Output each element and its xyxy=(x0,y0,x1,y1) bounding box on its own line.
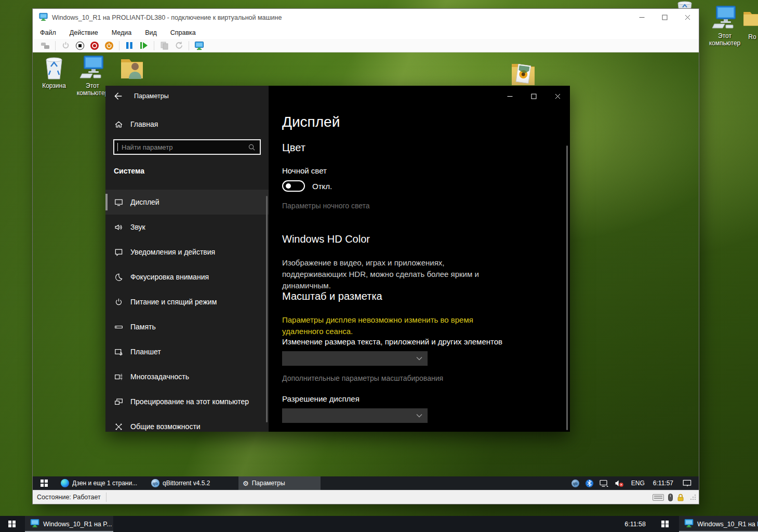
pause-icon[interactable] xyxy=(124,41,135,51)
vm-window-maximize-button[interactable] xyxy=(653,9,676,26)
language-indicator[interactable]: ENG xyxy=(631,480,645,487)
qbittorrent-tray-icon[interactable]: qb xyxy=(571,480,579,487)
night-light-settings-link[interactable]: Параметры ночного света xyxy=(282,202,370,210)
sidebar-item-sound[interactable]: Звук xyxy=(105,215,269,240)
host-desktop-icon-this-pc[interactable]: Этот компьютер xyxy=(704,5,745,47)
desktop-icon-label: Ro xyxy=(742,33,758,41)
reset-icon[interactable] xyxy=(104,41,114,51)
tablet-icon xyxy=(114,347,123,356)
search-icon[interactable] xyxy=(248,143,256,151)
settings-minimize-button[interactable] xyxy=(498,86,521,107)
vm-window-title: Windows_10_R1 на PROLIANT-DL380 - подклю… xyxy=(52,14,282,21)
multitasking-icon xyxy=(114,372,123,381)
windows-logo-icon xyxy=(661,521,669,528)
resume-icon[interactable] xyxy=(139,41,149,51)
vm-window-titlebar[interactable]: Windows_10_R1 на PROLIANT-DL380 - подклю… xyxy=(33,9,699,26)
host-start-button[interactable] xyxy=(0,516,24,532)
resolution-label: Разрешение дисплея xyxy=(282,394,360,403)
back-icon[interactable] xyxy=(113,91,123,103)
vm-desktop-icon-recycle-bin[interactable]: Корзина xyxy=(34,55,74,89)
settings-titlebar: Параметры xyxy=(105,86,169,107)
windows-logo-icon xyxy=(41,480,48,487)
mouse-status-icon xyxy=(668,494,673,501)
shut-down-icon[interactable] xyxy=(89,41,100,51)
sidebar-item-power-sleep[interactable]: Питание и спящий режим xyxy=(105,289,269,314)
menu-file[interactable]: Файл xyxy=(40,29,56,36)
host-desktop-icon-folder[interactable]: Ro xyxy=(742,6,758,41)
sidebar-item-focus-assist[interactable]: Фокусировка внимания xyxy=(105,264,269,289)
sidebar-nav-list: Дисплей Звук xyxy=(105,190,269,432)
vm-taskbar-task-qbittorrent[interactable]: qb qBittorrent v4.5.2 xyxy=(147,476,233,490)
settings-close-button[interactable] xyxy=(546,86,569,107)
settings-app-title: Параметры xyxy=(134,92,169,100)
recycle-bin-icon xyxy=(34,55,74,80)
sidebar-item-shared-experiences[interactable]: Общие возможности xyxy=(105,414,269,432)
settings-main-panel: Дисплей Цвет Ночной свет Откл. Параметры… xyxy=(269,86,570,432)
vm-taskbar: Дзен и еще 1 страни... qb qBittorrent v4… xyxy=(33,476,699,490)
enhanced-session-icon[interactable] xyxy=(194,41,204,51)
sidebar-item-multitasking[interactable]: Многозадачность xyxy=(105,364,269,389)
edge-icon xyxy=(61,479,69,487)
scale-dropdown[interactable] xyxy=(282,351,428,366)
sidebar-item-home[interactable]: Главная xyxy=(105,116,269,132)
vm-desktop-icon-user-folder[interactable] xyxy=(112,55,152,80)
vm-start-button[interactable] xyxy=(34,476,55,490)
vm-system-tray: qb ENG 6:11:57 xyxy=(568,476,699,490)
settings-search-box[interactable] xyxy=(113,139,261,155)
vm-desktop-icon-pictures-folder[interactable] xyxy=(503,59,543,88)
host-desktop: Этот компьютер Ro xyxy=(0,0,758,532)
pictures-folder-icon xyxy=(503,59,543,88)
settings-maximize-button[interactable] xyxy=(522,86,545,107)
this-pc-icon xyxy=(72,55,113,80)
windows-logo-icon xyxy=(8,521,16,528)
vm-status-text: Состояние: Работает xyxy=(37,494,101,501)
chevron-down-icon xyxy=(416,414,422,418)
menu-view[interactable]: Вид xyxy=(145,29,157,36)
this-pc-icon xyxy=(704,5,745,30)
sidebar-item-storage[interactable]: Память xyxy=(105,314,269,339)
vm-window-toolbar xyxy=(33,39,699,52)
sidebar-scrollbar[interactable] xyxy=(266,196,268,422)
menu-help[interactable]: Справка xyxy=(170,29,196,36)
resize-grip[interactable] xyxy=(689,494,697,501)
sidebar-item-display[interactable]: Дисплей xyxy=(105,190,269,215)
vm-window-close-button[interactable] xyxy=(676,9,699,26)
vm-window-menubar: Файл Действие Медиа Вид Справка xyxy=(33,26,699,39)
hyper-v-icon xyxy=(30,518,39,530)
menu-action[interactable]: Действие xyxy=(70,29,98,36)
menu-media[interactable]: Медиа xyxy=(112,29,131,36)
sidebar-item-notifications[interactable]: Уведомления и действия xyxy=(105,240,269,264)
hyper-v-icon xyxy=(39,12,48,23)
advanced-scaling-link[interactable]: Дополнительные параметры масштабирования xyxy=(282,374,443,382)
bluetooth-icon[interactable] xyxy=(586,480,593,487)
main-panel-scrollbar[interactable] xyxy=(566,145,568,430)
host-start-button-monitor2[interactable] xyxy=(653,516,677,532)
search-input[interactable] xyxy=(118,143,248,151)
action-center-icon[interactable] xyxy=(683,480,691,487)
resolution-dropdown[interactable] xyxy=(282,408,428,423)
sidebar-item-label: Главная xyxy=(130,120,158,128)
vm-taskbar-task-settings[interactable]: ⚙ Параметры xyxy=(238,476,321,490)
vm-window-minimize-button[interactable] xyxy=(630,9,654,26)
vm-clock[interactable]: 6:11:57 xyxy=(653,480,673,487)
host-clock[interactable]: 6:11:58 xyxy=(617,516,653,532)
turn-off-icon[interactable] xyxy=(75,41,85,51)
vm-taskbar-task-browser[interactable]: Дзен и еще 1 страни... xyxy=(57,476,144,490)
folder-icon xyxy=(742,6,758,31)
vm-window-statusbar: Состояние: Работает xyxy=(33,490,699,504)
settings-window: Параметры Главная xyxy=(105,86,570,432)
network-icon[interactable] xyxy=(600,480,608,487)
host-taskbar-task-vm-monitor2[interactable]: Windows_10_R1 на P... xyxy=(679,516,758,532)
color-section-heading: Цвет xyxy=(282,142,305,154)
chevron-down-icon xyxy=(416,356,422,361)
sidebar-item-tablet[interactable]: Планшет xyxy=(105,339,269,364)
revert-disabled-icon xyxy=(174,41,184,51)
ctrl-alt-del-icon[interactable] xyxy=(40,41,50,51)
desktop-icon-label: Этот компьютер xyxy=(704,32,745,47)
host-taskbar-task-vm[interactable]: Windows_10_R1 на P... xyxy=(25,516,113,532)
night-light-label: Ночной свет xyxy=(282,166,327,175)
volume-muted-icon[interactable] xyxy=(615,480,624,487)
sidebar-item-projecting[interactable]: Проецирование на этот компьютер xyxy=(105,389,269,414)
qbittorrent-icon: qb xyxy=(151,479,159,487)
night-light-toggle[interactable] xyxy=(282,180,305,192)
